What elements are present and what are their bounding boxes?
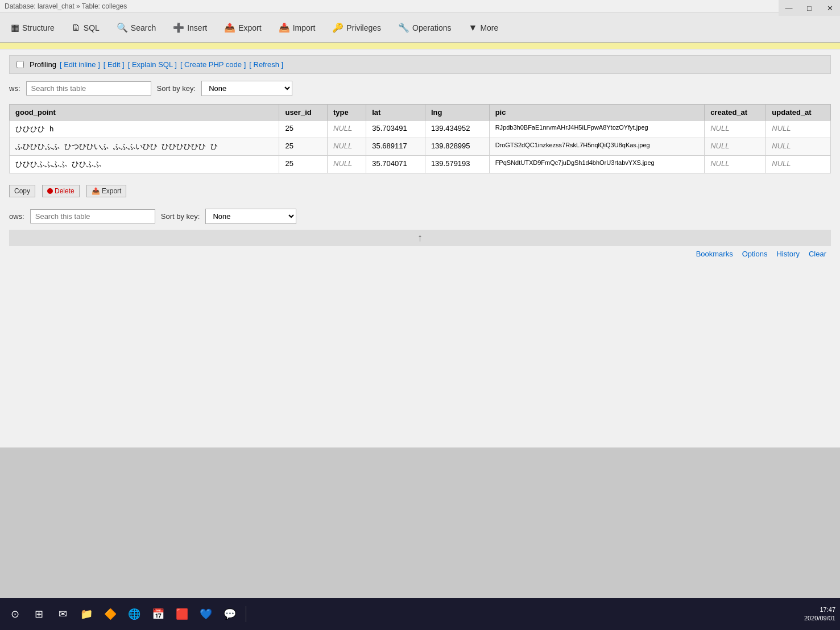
nav-label-structure: Structure — [22, 23, 55, 32]
bottom-actions-bar: Copy Delete 📤 Export — [9, 180, 831, 202]
taskbar-chat-icon[interactable]: 💬 — [220, 604, 240, 624]
cell-created_at: NULL — [705, 138, 766, 156]
top-sort-select[interactable]: None — [201, 81, 292, 96]
bookmarks-link[interactable]: Bookmarks — [696, 250, 733, 258]
nav-item-export[interactable]: 📤 Export — [216, 13, 270, 42]
cell-lng: 139.579193 — [425, 156, 489, 173]
history-link[interactable]: History — [776, 250, 799, 258]
col-header-type: type — [328, 105, 366, 121]
scroll-up-icon[interactable]: ↑ — [417, 232, 423, 244]
nav-item-sql[interactable]: 🗎 SQL — [63, 13, 108, 42]
col-header-user-id: user_id — [279, 105, 328, 121]
close-button[interactable]: ✕ — [820, 0, 840, 16]
structure-icon: ▦ — [11, 22, 19, 33]
yellow-highlight-bar — [0, 43, 840, 49]
cell-good_point: ひひひふふふふ ひひふふ — [10, 156, 279, 173]
table-header-row: good_point user_id type lat lng pic crea… — [10, 105, 831, 121]
main-content: Profiling [ Edit inline ] [ Edit ] [ Exp… — [0, 49, 840, 447]
taskbar-mail-icon[interactable]: ✉ — [52, 604, 73, 624]
taskbar-start-icon[interactable]: ⊙ — [5, 604, 25, 624]
taskbar-vscode-icon[interactable]: 💙 — [196, 604, 216, 624]
taskbar-red-icon[interactable]: 🟥 — [172, 604, 192, 624]
bottom-search-input[interactable] — [30, 209, 155, 223]
cell-user_id: 25 — [279, 121, 328, 138]
cell-lng: 139.434952 — [425, 121, 489, 138]
delete-button[interactable]: Delete — [42, 185, 80, 197]
nav-label-import: Import — [293, 23, 316, 32]
minimize-button[interactable]: — — [779, 0, 799, 16]
table-row: ひひひひ h25NULL35.703491139.434952RJpdb3h0B… — [10, 121, 831, 138]
cell-type: NULL — [328, 121, 366, 138]
export-button[interactable]: 📤 Export — [86, 185, 127, 197]
cell-user_id: 25 — [279, 138, 328, 156]
cell-created_at: NULL — [705, 156, 766, 173]
cell-good_point: ふひひひふふ ひつひひいふ ふふふいひひ ひひひひひひ ひ — [10, 138, 279, 156]
data-table: good_point user_id type lat lng pic crea… — [9, 104, 831, 173]
col-header-good-point: good_point — [10, 105, 279, 121]
bottom-sort-select[interactable]: None — [205, 209, 296, 224]
cell-lat: 35.704071 — [366, 156, 425, 173]
edit-link[interactable]: [ Edit ] — [104, 60, 125, 69]
scroll-area: ↑ — [9, 230, 831, 246]
nav-item-search[interactable]: 🔍 Search — [108, 13, 164, 42]
create-php-link[interactable]: [ Create PHP code ] — [180, 60, 246, 69]
options-link[interactable]: Options — [742, 250, 768, 258]
cell-updated_at: NULL — [766, 121, 831, 138]
insert-icon: ➕ — [173, 22, 184, 33]
col-header-created-at: created_at — [705, 105, 766, 121]
col-header-updated-at: updated_at — [766, 105, 831, 121]
col-header-lng: lng — [425, 105, 489, 121]
refresh-link[interactable]: [ Refresh ] — [249, 60, 283, 69]
profiling-checkbox[interactable] — [16, 61, 24, 68]
table-row: ふひひひふふ ひつひひいふ ふふふいひひ ひひひひひひ ひ25NULL35.68… — [10, 138, 831, 156]
export-icon: 📤 — [224, 22, 235, 33]
nav-item-more[interactable]: ▼ More — [460, 13, 507, 42]
top-rows-label: ws: — [9, 84, 20, 93]
footer-links: Bookmarks Options History Clear — [9, 246, 831, 262]
more-chevron-icon: ▼ — [469, 23, 478, 33]
taskbar-folder-icon[interactable]: 📁 — [76, 604, 97, 624]
nav-label-privileges: Privileges — [346, 23, 381, 32]
cell-type: NULL — [328, 138, 366, 156]
table-row: ひひひふふふふ ひひふふ25NULL35.704071139.579193FPq… — [10, 156, 831, 173]
search-icon: 🔍 — [117, 22, 128, 33]
taskbar-unknown-icon[interactable]: 🔶 — [100, 604, 121, 624]
nav-item-privileges[interactable]: 🔑 Privileges — [324, 13, 390, 42]
taskbar-clock: 17:47 2020/09/01 — [804, 606, 835, 623]
clock-date: 2020/09/01 — [804, 614, 835, 623]
cell-updated_at: NULL — [766, 156, 831, 173]
operations-icon: 🔧 — [398, 22, 409, 33]
nav-label-search: Search — [131, 23, 156, 32]
breadcrumb: Database: laravel_chat » Table: colleges — [0, 0, 840, 13]
nav-item-structure[interactable]: ▦ Structure — [2, 13, 63, 42]
nav-item-import[interactable]: 📥 Import — [270, 13, 324, 42]
clear-link[interactable]: Clear — [809, 250, 826, 258]
explain-sql-link[interactable]: [ Explain SQL ] — [128, 60, 177, 69]
taskbar-separator — [246, 606, 246, 622]
profiling-label: Profiling — [30, 60, 56, 69]
nav-item-operations[interactable]: 🔧 Operations — [390, 13, 460, 42]
copy-button[interactable]: Copy — [9, 185, 35, 197]
sql-icon: 🗎 — [72, 23, 81, 33]
cell-user_id: 25 — [279, 156, 328, 173]
clock-time: 17:47 — [804, 606, 835, 614]
edit-inline-link[interactable]: [ Edit inline ] — [60, 60, 100, 69]
top-search-input[interactable] — [26, 81, 151, 96]
nav-label-operations: Operations — [412, 23, 451, 32]
maximize-button[interactable]: □ — [799, 0, 820, 16]
delete-label: Delete — [55, 187, 75, 195]
cell-lat: 35.703491 — [366, 121, 425, 138]
cell-pic: FPqSNdtUTXD9FmQc7juDgSh1d4bhOrU3rtabvYXS… — [489, 156, 705, 173]
profiling-bar: Profiling [ Edit inline ] [ Edit ] [ Exp… — [9, 55, 831, 74]
taskbar-chrome-icon[interactable]: 🌐 — [124, 604, 144, 624]
nav-label-export: Export — [238, 23, 261, 32]
col-header-pic: pic — [489, 105, 705, 121]
taskbar-windows-icon[interactable]: ⊞ — [28, 604, 49, 624]
nav-label-insert: Insert — [187, 23, 207, 32]
nav-label-sql: SQL — [84, 23, 100, 32]
taskbar-calendar-icon[interactable]: 📅 — [148, 604, 168, 624]
export-label: Export — [102, 187, 122, 195]
cell-lng: 139.828995 — [425, 138, 489, 156]
copy-label: Copy — [14, 187, 30, 195]
nav-item-insert[interactable]: ➕ Insert — [164, 13, 216, 42]
